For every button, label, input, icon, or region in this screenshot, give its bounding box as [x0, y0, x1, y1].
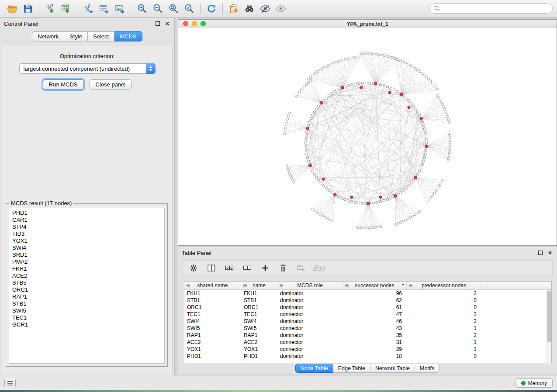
mcds-result-item[interactable]: ACE2: [9, 272, 164, 279]
show-panels-list-button[interactable]: [4, 379, 16, 387]
memory-status-dot: [521, 381, 526, 385]
mcds-result-item[interactable]: YOX1: [9, 237, 164, 244]
table-row[interactable]: PHD1PHD1dominator180: [184, 353, 551, 360]
mcds-result-item[interactable]: STB1: [9, 300, 164, 307]
toolbar-button-open-file[interactable]: [4, 2, 20, 16]
table-toolbar-button-deselect-all-rows[interactable]: [242, 262, 253, 274]
toolbar-button-toggle-graphics-details[interactable]: [257, 2, 273, 16]
control-panel-tabs: NetworkStyleSelectMCDS: [0, 31, 174, 41]
table-toolbar-button-column-layout[interactable]: [206, 262, 217, 274]
close-table-panel-icon[interactable]: ×: [547, 250, 553, 256]
toolbar-button-zoom-out[interactable]: [150, 2, 166, 16]
mcds-result-item[interactable]: GCR1: [9, 321, 164, 328]
criterion-select[interactable]: largest connected component (undirected): [19, 63, 156, 74]
mcds-result-item[interactable]: PHD1: [9, 210, 164, 217]
close-window-button[interactable]: [183, 21, 188, 26]
zoom-window-button[interactable]: [201, 21, 206, 26]
column-header-shared-name[interactable]: shared name: [184, 282, 241, 289]
cell-successor-nodes: 62: [343, 297, 407, 303]
toolbar-button-export-table[interactable]: [96, 2, 112, 16]
network-canvas[interactable]: [178, 28, 557, 245]
float-table-panel-button[interactable]: [537, 250, 543, 256]
toolbar-button-show-hide-graphics[interactable]: [273, 2, 289, 16]
add-column-icon: [260, 263, 270, 273]
toolbar-button-export-image[interactable]: [112, 2, 128, 16]
delete-columns-icon: [278, 263, 288, 273]
tab-style[interactable]: Style: [64, 31, 88, 41]
tab-motifs[interactable]: Motifs: [415, 364, 439, 373]
table-toolbar-button-delete-columns[interactable]: [277, 262, 289, 274]
close-panel-icon[interactable]: ×: [164, 21, 170, 27]
control-panel-title: Control Panel: [4, 21, 38, 27]
column-header-name[interactable]: name: [241, 282, 277, 289]
toolbar-button-search-objects[interactable]: [242, 2, 257, 16]
tab-select[interactable]: Select: [88, 31, 114, 41]
zoom-fit-icon: [168, 3, 179, 14]
run-mcds-button[interactable]: Run MCDS: [43, 79, 84, 89]
column-header-predecessor-nodes[interactable]: predecessor nodes: [407, 282, 481, 289]
cell-name: ACE2: [241, 339, 277, 345]
toolbar-button-clone-network[interactable]: [226, 2, 242, 16]
table-toolbar-button-select-all-rows[interactable]: [224, 262, 235, 274]
status-bar: Memory: [0, 376, 557, 390]
toolbar-button-zoom-selected[interactable]: [181, 2, 197, 16]
zoom-selected-icon: [183, 3, 195, 14]
mcds-result-item[interactable]: SWI5: [9, 307, 164, 314]
table-row[interactable]: TEC1TEC1connector472: [184, 311, 551, 318]
table-row[interactable]: STB1STB1dominator620: [184, 297, 551, 304]
table-row[interactable]: SWI4SWI4dominator462: [184, 318, 551, 325]
table-row[interactable]: FKH1FKH1dominator962: [184, 290, 551, 297]
tab-network[interactable]: Network: [32, 31, 64, 41]
tab-node-table[interactable]: Node Table: [295, 364, 333, 373]
search-input[interactable]: [443, 5, 548, 12]
minimize-window-button[interactable]: [192, 21, 197, 26]
float-panel-button[interactable]: [155, 21, 161, 27]
network-window-titlebar[interactable]: YPA_prune.txt_1: [178, 20, 557, 28]
toolbar-button-export-network[interactable]: [80, 2, 96, 16]
table-row[interactable]: YOX1YOX1connector291: [184, 346, 551, 353]
close-mcds-panel-button[interactable]: Close panel: [90, 79, 132, 89]
clear-table-icon: [296, 263, 306, 273]
mcds-result-item[interactable]: TEC1: [9, 314, 164, 321]
scrollbar-thumb[interactable]: [547, 291, 551, 342]
table-toolbar-button-add-column[interactable]: [259, 262, 271, 274]
mcds-result-list[interactable]: PHD1CAR1STP4TID3YOX1SWI4SRD1PMA2FKH1ACE2…: [9, 208, 165, 364]
table-toolbar-button-clear-table[interactable]: [295, 262, 307, 274]
table-row[interactable]: SWI5SWI5connector431: [184, 325, 551, 332]
toolbar-button-import-network[interactable]: [42, 2, 58, 16]
column-header-mcds-role[interactable]: MCDS role: [277, 282, 343, 289]
table-row[interactable]: ACE2ACE2connector311: [184, 339, 551, 346]
table-toolbar-button-column-settings[interactable]: [188, 262, 199, 274]
mcds-result-item[interactable]: CAR1: [9, 217, 164, 224]
mcds-result-item[interactable]: SWI4: [9, 244, 164, 251]
toolbar-button-import-table[interactable]: [58, 2, 74, 16]
cell-name: STB1: [241, 297, 277, 303]
mcds-result-item[interactable]: TID3: [9, 230, 164, 237]
column-header-filler: [481, 282, 551, 289]
cell-mcds-role: dominator: [277, 353, 343, 359]
mcds-result-item[interactable]: PMA2: [9, 258, 164, 265]
mcds-result-item[interactable]: STB5: [9, 279, 164, 286]
toolbar-button-refresh[interactable]: [204, 2, 219, 16]
table-toolbar-button-function-builder[interactable]: f(x): [313, 262, 325, 274]
mcds-result-item[interactable]: STP4: [9, 224, 164, 230]
toolbar-button-zoom-fit[interactable]: [166, 2, 181, 16]
mcds-result-item[interactable]: SRD1: [9, 251, 164, 258]
tab-network-table[interactable]: Network Table: [370, 364, 415, 373]
mcds-result-item[interactable]: FKH1: [9, 265, 164, 272]
toolbar-button-save[interactable]: [20, 2, 36, 16]
cell-mcds-role: dominator: [277, 290, 343, 296]
mcds-result-item[interactable]: ORC1: [9, 286, 164, 293]
search-box[interactable]: [429, 3, 553, 14]
mcds-result-group: MCDS result (17 nodes) PHD1CAR1STP4TID3Y…: [6, 203, 168, 367]
export-table-icon: [98, 3, 110, 14]
table-scrollbar[interactable]: [546, 290, 551, 363]
table-row[interactable]: ORC1ORC1dominator610: [184, 304, 551, 311]
memory-button[interactable]: Memory: [515, 378, 553, 388]
mcds-result-item[interactable]: RAP1: [9, 293, 164, 300]
table-row[interactable]: RAP1RAP1dominator352: [184, 332, 551, 339]
tab-edge-table[interactable]: Edge Table: [333, 364, 370, 373]
column-header-successor-nodes[interactable]: successor nodes▾: [343, 282, 407, 289]
tab-mcds[interactable]: MCDS: [114, 31, 142, 41]
toolbar-button-zoom-in[interactable]: [134, 2, 150, 16]
